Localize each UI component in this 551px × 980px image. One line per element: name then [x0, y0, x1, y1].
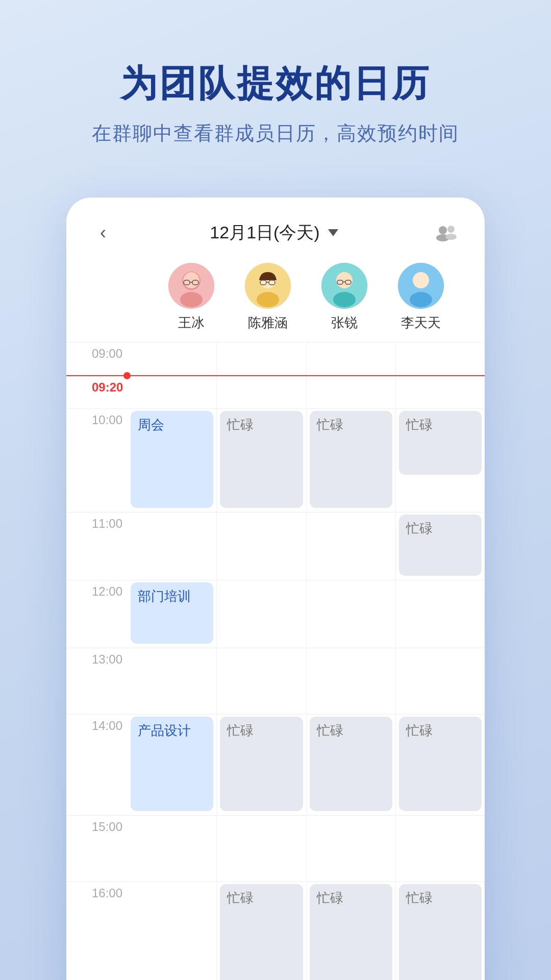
- col-1400-2: 忙碌: [216, 715, 306, 815]
- col-0900-4: [395, 342, 485, 375]
- event-mang-3[interactable]: 忙碌: [399, 411, 482, 475]
- svg-point-0: [439, 226, 447, 234]
- event-mang-6[interactable]: 忙碌: [310, 717, 392, 811]
- cols-0900: [128, 342, 485, 375]
- time-label-1600: 16:00: [66, 882, 128, 980]
- phone-card-wrapper: ‹ 12月1日(今天): [0, 177, 551, 980]
- col-1400-3: 忙碌: [306, 715, 395, 815]
- time-label-0920: 09:20: [66, 376, 128, 408]
- event-mang-5[interactable]: 忙碌: [220, 717, 303, 811]
- event-mang-8[interactable]: 忙碌: [220, 884, 303, 980]
- calendar-header: ‹ 12月1日(今天): [66, 198, 485, 258]
- time-row-1100: 11:00 忙碌: [66, 512, 485, 580]
- col-1200-4: [395, 580, 485, 648]
- col-1300-4: [395, 648, 485, 714]
- col-0900-1: [128, 342, 216, 375]
- col-0920-3: [306, 376, 395, 408]
- col-1300-2: [216, 648, 306, 714]
- date-label: 12月1日(今天): [210, 221, 319, 244]
- svg-point-25: [410, 292, 432, 307]
- avatar-li-tiantian: [398, 263, 444, 309]
- time-row-1600: 16:00 忙碌 忙碌 忙碌: [66, 881, 485, 980]
- col-1100-3: [306, 512, 395, 580]
- hero-subtitle: 在群聊中查看群成员日历，高效预约时间: [31, 120, 520, 146]
- back-button[interactable]: ‹: [92, 218, 114, 248]
- group-members-icon[interactable]: [434, 223, 459, 243]
- col-1300-3: [306, 648, 395, 714]
- time-row-1200: 12:00 部门培训: [66, 580, 485, 648]
- calendar-grid: 09:00 09:20: [66, 342, 485, 980]
- col-0900-2: [216, 342, 306, 375]
- time-label-0900: 09:00: [66, 342, 128, 375]
- hero-section: 为团队提效的日历 在群聊中查看群成员日历，高效预约时间: [0, 0, 551, 177]
- col-1200-1: 部门培训: [128, 580, 216, 648]
- event-chanpin[interactable]: 产品设计: [131, 717, 213, 811]
- avatar-wang-bing: [168, 263, 214, 309]
- cols-1100: 忙碌: [128, 512, 485, 580]
- time-row-1400: 14:00 产品设计 忙碌 忙碌 忙碌: [66, 714, 485, 815]
- hero-title: 为团队提效的日历: [31, 61, 520, 105]
- cols-1400: 产品设计 忙碌 忙碌 忙碌: [128, 715, 485, 815]
- col-1600-2: 忙碌: [216, 882, 306, 980]
- svg-point-13: [257, 292, 279, 307]
- member-chen-yahan[interactable]: 陈雅涵: [230, 263, 306, 332]
- time-label-1500: 15:00: [66, 816, 128, 881]
- time-row-1000: 10:00 周会 忙碌 忙碌 忙碌: [66, 408, 485, 512]
- phone-card: ‹ 12月1日(今天): [66, 198, 485, 980]
- member-zhang-rui[interactable]: 张锐: [306, 263, 383, 332]
- event-bumen[interactable]: 部门培训: [131, 582, 213, 644]
- time-row-0920: 09:20: [66, 375, 485, 408]
- time-row-1300: 13:00: [66, 648, 485, 714]
- member-name-zhang-rui: 张锐: [331, 314, 358, 332]
- col-1500-4: [395, 816, 485, 881]
- member-wang-bing[interactable]: 王冰: [153, 263, 230, 332]
- cols-0920: [128, 376, 485, 408]
- col-0920-4: [395, 376, 485, 408]
- time-label-1000: 10:00: [66, 409, 128, 512]
- col-0920-1: [128, 376, 216, 408]
- member-li-tiantian[interactable]: 李天天: [383, 263, 459, 332]
- time-col-spacer: [92, 263, 153, 332]
- event-mang-9[interactable]: 忙碌: [310, 884, 392, 980]
- time-label-1400: 14:00: [66, 715, 128, 815]
- col-1500-1: [128, 816, 216, 881]
- col-1600-4: 忙碌: [395, 882, 485, 980]
- col-1300-1: [128, 648, 216, 714]
- col-1200-3: [306, 580, 395, 648]
- svg-point-3: [445, 234, 457, 240]
- time-row-0900: 09:00: [66, 342, 485, 375]
- avatar-chen-yahan: [245, 263, 291, 309]
- col-0920-2: [216, 376, 306, 408]
- svg-point-19: [333, 292, 356, 307]
- col-1500-2: [216, 816, 306, 881]
- event-zhouhu[interactable]: 周会: [131, 411, 213, 508]
- event-mang-1[interactable]: 忙碌: [220, 411, 303, 508]
- time-label-1100: 11:00: [66, 512, 128, 580]
- col-1200-2: [216, 580, 306, 648]
- avatars-row: 王冰 陈雅涵: [66, 258, 485, 342]
- time-label-1200: 12:00: [66, 580, 128, 648]
- col-1000-4: 忙碌: [395, 409, 485, 512]
- member-name-wang-bing: 王冰: [178, 314, 205, 332]
- col-1000-1: 周会: [128, 409, 216, 512]
- cols-1600: 忙碌 忙碌 忙碌: [128, 882, 485, 980]
- event-mang-7[interactable]: 忙碌: [399, 717, 482, 811]
- svg-point-6: [180, 292, 203, 307]
- cols-1200: 部门培训: [128, 580, 485, 648]
- event-mang-2[interactable]: 忙碌: [310, 411, 392, 508]
- event-mang-10[interactable]: 忙碌: [399, 884, 482, 980]
- member-name-li-tiantian: 李天天: [401, 314, 441, 332]
- col-1100-2: [216, 512, 306, 580]
- col-1100-1: [128, 512, 216, 580]
- col-0900-3: [306, 342, 395, 375]
- event-mang-4[interactable]: 忙碌: [399, 514, 482, 576]
- cols-1000: 周会 忙碌 忙碌 忙碌: [128, 409, 485, 512]
- date-title[interactable]: 12月1日(今天): [210, 221, 338, 244]
- col-1400-4: 忙碌: [395, 715, 485, 815]
- svg-point-2: [447, 226, 455, 233]
- member-name-chen-yahan: 陈雅涵: [248, 314, 288, 332]
- col-1100-4: 忙碌: [395, 512, 485, 580]
- col-1000-3: 忙碌: [306, 409, 395, 512]
- time-row-1500: 15:00: [66, 815, 485, 881]
- date-dropdown-arrow: [328, 229, 338, 236]
